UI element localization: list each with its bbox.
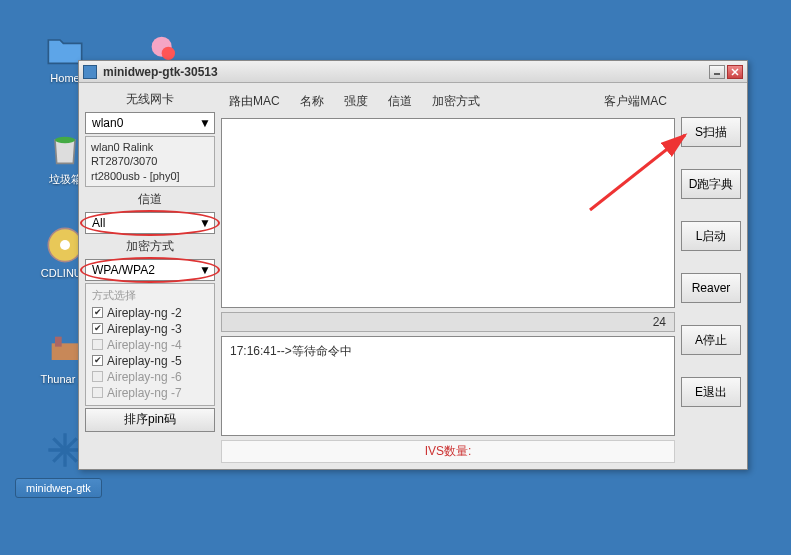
chevron-down-icon: ▼ bbox=[198, 116, 212, 130]
method-row: Aireplay-ng -6 bbox=[92, 369, 208, 385]
network-list[interactable] bbox=[221, 118, 675, 308]
center-panel: 路由MAC 名称 强度 信道 加密方式 客户端MAC 24 17:16:41--… bbox=[221, 89, 675, 463]
method-row[interactable]: ✔Aireplay-ng -2 bbox=[92, 305, 208, 321]
col-name: 名称 bbox=[300, 93, 324, 110]
stop-button[interactable]: A停止 bbox=[681, 325, 741, 355]
col-mac: 路由MAC bbox=[229, 93, 280, 110]
wireless-label: 无线网卡 bbox=[85, 89, 215, 110]
col-encrypt: 加密方式 bbox=[432, 93, 480, 110]
minimize-button[interactable] bbox=[709, 65, 725, 79]
sort-pin-button[interactable]: 排序pin码 bbox=[85, 408, 215, 432]
window-body: 无线网卡 wlan0 ▼ wlan0 Ralink RT2870/3070 rt… bbox=[79, 83, 747, 469]
method-label: Aireplay-ng -3 bbox=[107, 322, 182, 336]
method-row: Aireplay-ng -7 bbox=[92, 385, 208, 401]
checkbox-icon bbox=[92, 387, 103, 398]
svg-rect-6 bbox=[55, 337, 62, 347]
chevron-down-icon: ▼ bbox=[198, 216, 212, 230]
checkbox-icon bbox=[92, 371, 103, 382]
app-icon bbox=[83, 65, 97, 79]
method-row[interactable]: ✔Aireplay-ng -5 bbox=[92, 353, 208, 369]
method-box: 方式选择 ✔Aireplay-ng -2✔Aireplay-ng -3Airep… bbox=[85, 283, 215, 406]
titlebar[interactable]: minidwep-gtk-30513 bbox=[79, 61, 747, 83]
method-title: 方式选择 bbox=[92, 288, 208, 303]
svg-point-2 bbox=[55, 137, 75, 144]
window-title: minidwep-gtk-30513 bbox=[103, 65, 707, 79]
combo-value: All bbox=[92, 216, 198, 230]
exit-button[interactable]: E退出 bbox=[681, 377, 741, 407]
svg-point-4 bbox=[60, 240, 70, 250]
method-label: Aireplay-ng -6 bbox=[107, 370, 182, 384]
log-line: 17:16:41-->等待命令中 bbox=[230, 344, 352, 358]
left-panel: 无线网卡 wlan0 ▼ wlan0 Ralink RT2870/3070 rt… bbox=[85, 89, 215, 463]
combo-value: wlan0 bbox=[92, 116, 198, 130]
adapter-info: wlan0 Ralink RT2870/3070 rt2800usb - [ph… bbox=[85, 136, 215, 187]
count-bar: 24 bbox=[221, 312, 675, 332]
col-channel: 信道 bbox=[388, 93, 412, 110]
app-window: minidwep-gtk-30513 无线网卡 wlan0 ▼ wlan0 Ra… bbox=[78, 60, 748, 470]
encrypt-label: 加密方式 bbox=[85, 236, 215, 257]
scan-button[interactable]: S扫描 bbox=[681, 117, 741, 147]
method-row: Aireplay-ng -4 bbox=[92, 337, 208, 353]
channel-combo[interactable]: All ▼ bbox=[85, 212, 215, 234]
method-label: Aireplay-ng -5 bbox=[107, 354, 182, 368]
reaver-button[interactable]: Reaver bbox=[681, 273, 741, 303]
method-row[interactable]: ✔Aireplay-ng -3 bbox=[92, 321, 208, 337]
chevron-down-icon: ▼ bbox=[198, 263, 212, 277]
method-label: Aireplay-ng -2 bbox=[107, 306, 182, 320]
wireless-combo[interactable]: wlan0 ▼ bbox=[85, 112, 215, 134]
svg-point-1 bbox=[162, 47, 175, 60]
checkbox-icon: ✔ bbox=[92, 355, 103, 366]
method-label: Aireplay-ng -7 bbox=[107, 386, 182, 400]
encrypt-combo[interactable]: WPA/WPA2 ▼ bbox=[85, 259, 215, 281]
log-area[interactable]: 17:16:41-->等待命令中 bbox=[221, 336, 675, 436]
col-signal: 强度 bbox=[344, 93, 368, 110]
list-header: 路由MAC 名称 强度 信道 加密方式 客户端MAC bbox=[221, 89, 675, 114]
channel-label: 信道 bbox=[85, 189, 215, 210]
checkbox-icon bbox=[92, 339, 103, 350]
combo-value: WPA/WPA2 bbox=[92, 263, 198, 277]
launch-button[interactable]: L启动 bbox=[681, 221, 741, 251]
right-panel: S扫描 D跑字典 L启动 Reaver A停止 E退出 bbox=[681, 89, 741, 463]
taskbar-app-button[interactable]: minidwep-gtk bbox=[15, 478, 102, 498]
close-button[interactable] bbox=[727, 65, 743, 79]
checkbox-icon: ✔ bbox=[92, 323, 103, 334]
checkbox-icon: ✔ bbox=[92, 307, 103, 318]
dict-button[interactable]: D跑字典 bbox=[681, 169, 741, 199]
ivs-bar: IVS数量: bbox=[221, 440, 675, 463]
method-label: Aireplay-ng -4 bbox=[107, 338, 182, 352]
col-client: 客户端MAC bbox=[604, 93, 667, 110]
